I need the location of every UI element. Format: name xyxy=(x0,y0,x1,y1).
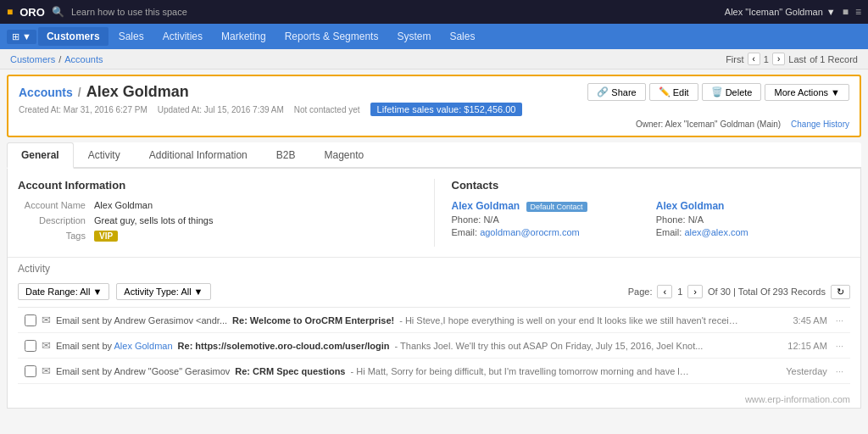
contact-1-email: Email: agoldman@orocrm.com xyxy=(452,227,646,237)
edit-button[interactable]: ✏️ Edit xyxy=(649,83,698,101)
breadcrumb-prev[interactable]: ‹ xyxy=(748,53,760,65)
refresh-button[interactable]: ↻ xyxy=(831,285,850,299)
email-icon-1: ✉ xyxy=(42,314,51,326)
account-name-row: Account Name Alex Goldman xyxy=(18,200,417,210)
page-prev-btn[interactable]: ‹ xyxy=(657,285,672,298)
breadcrumb-accounts[interactable]: Accounts xyxy=(64,54,103,64)
activity-pagination: Page: ‹ 1 › Of 30 | Total Of 293 Records… xyxy=(628,285,850,299)
page-meta: Created At: Mar 31, 2016 6:27 PM Updated… xyxy=(19,103,522,116)
nav-item-activities[interactable]: Activities xyxy=(154,27,211,46)
activity-more-icon-2[interactable]: ··· xyxy=(836,341,843,351)
activity-section-label: Activity xyxy=(8,258,860,276)
total-pages: Of 30 | Total Of 293 Records xyxy=(708,287,826,297)
breadcrumb-last: Last xyxy=(788,54,806,64)
page-label: Page: xyxy=(628,287,653,297)
activity-sender-2: Email sent by Alex Goldman xyxy=(56,341,173,351)
activity-time-1: 3:45 AM xyxy=(793,315,826,326)
change-history-link[interactable]: Change History xyxy=(791,120,849,129)
default-contact-badge: Default Contact xyxy=(526,202,587,212)
contact-1-email-link[interactable]: agoldman@orocrm.com xyxy=(480,227,580,237)
accounts-breadcrumb-link[interactable]: Accounts xyxy=(19,86,73,99)
tab-magento[interactable]: Magento xyxy=(309,142,378,169)
app-logo: ORO xyxy=(19,6,45,19)
page-title: Accounts / Alex Goldman xyxy=(19,83,522,101)
page-next-btn[interactable]: › xyxy=(687,285,703,298)
activity-filters: Date Range: All ▼ Activity Type: All ▼ xyxy=(18,283,211,300)
breadcrumb-bar: Customers / Accounts First ‹ 1 › Last of… xyxy=(0,49,868,70)
date-range-filter[interactable]: Date Range: All ▼ xyxy=(18,283,109,300)
account-name-title: Alex Goldman xyxy=(86,83,189,101)
notifications-icon[interactable]: ■ xyxy=(843,6,849,18)
menu-icon[interactable]: ≡ xyxy=(855,6,861,18)
nav-item-marketing[interactable]: Marketing xyxy=(213,27,275,46)
description-value: Great guy, sells lots of things xyxy=(94,215,213,225)
nav-item-sales2[interactable]: Sales xyxy=(441,27,483,46)
activity-preview-1: - Hi Steve,I hope everything is well on … xyxy=(399,315,738,326)
tags-row: Tags VIP xyxy=(18,231,417,242)
current-page: 1 xyxy=(677,287,682,297)
breadcrumb-record-info: of 1 Record xyxy=(810,54,858,64)
activity-checkbox-2[interactable] xyxy=(25,340,36,352)
activity-checkbox-1[interactable] xyxy=(25,314,36,326)
activity-list: ✉ Email sent by Andrew Gerasimov <andr..… xyxy=(18,307,850,384)
sender-2-link[interactable]: Alex Goldman xyxy=(114,341,172,351)
activity-header-row: Date Range: All ▼ Activity Type: All ▼ P… xyxy=(18,283,850,300)
activity-more-icon-3[interactable]: ··· xyxy=(836,366,843,376)
contact-1-phone: Phone: N/A xyxy=(452,214,646,225)
account-name-value: Alex Goldman xyxy=(94,200,153,210)
email-icon-3: ✉ xyxy=(42,364,51,377)
activity-type-filter[interactable]: Activity Type: All ▼ xyxy=(116,283,210,300)
grid-button[interactable]: ⊞ ▼ xyxy=(7,30,36,44)
contact-card-1: Alex Goldman Default Contact Phone: N/A … xyxy=(452,200,646,237)
nav-item-reports[interactable]: Reports & Segments xyxy=(276,27,387,46)
user-dropdown-icon[interactable]: ▼ xyxy=(826,7,836,17)
contact-2-phone: Phone: N/A xyxy=(656,214,850,225)
tab-additional-information[interactable]: Additional Information xyxy=(135,142,262,169)
nav-item-sales[interactable]: Sales xyxy=(110,27,153,46)
nav-bar: ⊞ ▼ Customers Sales Activities Marketing… xyxy=(0,24,868,49)
updated-at: Updated At: Jul 15, 2016 7:39 AM xyxy=(158,105,284,114)
owner-label: Owner: Alex "Iceman" Goldman (Main) xyxy=(636,120,781,129)
search-icon[interactable]: 🔍 xyxy=(52,6,64,18)
activity-item: ✉ Email sent by Andrew Gerasimov <andr..… xyxy=(18,308,850,333)
vip-tag: VIP xyxy=(94,231,118,242)
activity-subject-1: Re: Welcome to OroCRM Enterprise! xyxy=(232,315,394,326)
tab-b2b[interactable]: B2B xyxy=(262,142,310,169)
contact-2-name[interactable]: Alex Goldman xyxy=(656,200,725,212)
activity-preview-2: - Thanks Joel. We'll try this out ASAP O… xyxy=(395,341,704,351)
top-bar: ■ ORO 🔍 Learn how to use this space Alex… xyxy=(0,0,868,24)
share-button[interactable]: 🔗 Share xyxy=(587,83,645,101)
account-info-title: Account Information xyxy=(18,179,417,192)
lifetime-badge: Lifetime sales value: $152,456.00 xyxy=(370,103,523,116)
tab-activity[interactable]: Activity xyxy=(74,142,135,169)
breadcrumb-next[interactable]: › xyxy=(772,53,785,65)
tab-general[interactable]: General xyxy=(7,142,74,169)
user-name: Alex "Iceman" Goldman xyxy=(725,7,823,17)
page-title-area: Accounts / Alex Goldman Created At: Mar … xyxy=(19,83,522,116)
delete-button[interactable]: 🗑️ Delete xyxy=(702,83,762,101)
email-icon-2: ✉ xyxy=(42,339,51,352)
description-label: Description xyxy=(18,215,94,225)
contact-1-name[interactable]: Alex Goldman xyxy=(452,200,520,212)
activity-preview-3: - Hi Matt, Sorry for being difficult, bu… xyxy=(350,366,689,376)
contacts-title: Contacts xyxy=(452,179,851,192)
title-separator: / xyxy=(78,86,81,99)
activity-time-3: Yesterday xyxy=(786,366,827,376)
app-icon: ■ xyxy=(7,6,13,18)
header-actions: 🔗 Share ✏️ Edit 🗑️ Delete More Actions ▼ xyxy=(587,83,849,101)
breadcrumb-customers[interactable]: Customers xyxy=(10,54,55,64)
date-range-label: Date Range: All xyxy=(25,287,90,297)
account-info: Account Information Account Name Alex Go… xyxy=(18,179,417,247)
activity-sender-1: Email sent by Andrew Gerasimov <andr... xyxy=(56,315,227,326)
more-actions-button[interactable]: More Actions ▼ xyxy=(765,84,849,101)
contact-2-email-link[interactable]: alex@alex.com xyxy=(684,227,748,237)
activity-checkbox-3[interactable] xyxy=(25,365,36,377)
activity-type-label: Activity Type: All xyxy=(124,287,191,297)
customers-nav-button[interactable]: Customers xyxy=(38,27,108,46)
nav-item-system[interactable]: System xyxy=(388,27,439,46)
activity-subject-2: Re: https://solemotive.oro-cloud.com/use… xyxy=(178,341,390,351)
activity-time-2: 12:15 AM xyxy=(787,341,826,351)
activity-more-icon-1[interactable]: ··· xyxy=(836,315,843,326)
main-content: Account Information Account Name Alex Go… xyxy=(7,169,861,409)
activity-item: ✉ Email sent by Andrew "Goose" Gerasimov… xyxy=(18,359,850,384)
